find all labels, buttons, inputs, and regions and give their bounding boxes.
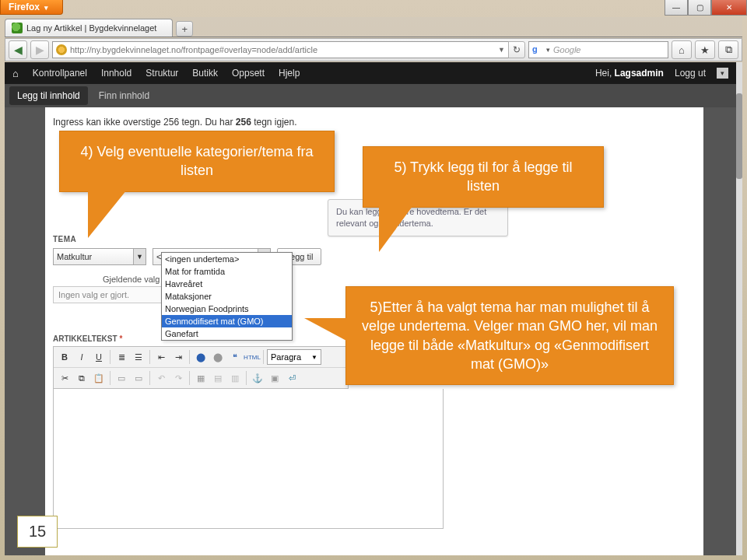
scrollbar[interactable] (736, 62, 742, 555)
embed-button[interactable]: ▣ (267, 370, 282, 386)
home-button[interactable]: ⌂ (672, 40, 692, 59)
annotation-step5a: 5) Trykk legg til for å legge til listen (363, 146, 604, 208)
dropdown-option[interactable]: <ingen undertema> (162, 253, 292, 265)
image-button[interactable]: ▭ (114, 370, 129, 386)
link-button[interactable]: ⬤ (193, 349, 209, 365)
bold-button[interactable]: B (57, 349, 72, 365)
dropdown-option[interactable]: Norwegian Foodprints (162, 303, 292, 315)
cut-button[interactable]: ✂ (57, 370, 72, 386)
source-button[interactable]: HTML (244, 349, 260, 365)
table-col-button[interactable]: ▥ (227, 370, 243, 386)
search-placeholder: Google (553, 45, 580, 54)
tema-label: TEMA (53, 235, 696, 243)
search-bar[interactable]: g ▾ Google (528, 41, 668, 58)
outdent-button[interactable]: ⇤ (153, 349, 169, 365)
new-tab-button[interactable]: + (176, 21, 193, 37)
redo-button[interactable]: ↷ (170, 370, 186, 386)
break-button[interactable]: ⏎ (284, 370, 300, 386)
annotation-step4: 4) Velg eventuelle kategorier/tema fra l… (59, 131, 335, 192)
admin-item[interactable]: Butikk (192, 68, 218, 79)
url-text: http://ny.bygdekvinnelaget.no/frontpage#… (70, 45, 317, 54)
forward-button[interactable]: ▶ (30, 40, 49, 59)
close-button[interactable]: ✕ (711, 0, 747, 16)
tema-sub-dropdown[interactable]: <ingen undertema> Mat for framtida Havre… (161, 252, 293, 341)
dropdown-option[interactable]: Havreåret (162, 278, 292, 290)
admin-menu: ⌂ Kontrollpanel Innhold Struktur Butikk … (5, 62, 736, 84)
indent-button[interactable]: ⇥ (170, 349, 186, 365)
maximize-button[interactable]: ▢ (688, 0, 711, 16)
table-button[interactable]: ▦ (193, 370, 209, 386)
subnav-find-content[interactable]: Finn innhold (93, 86, 156, 105)
subnav-add-content[interactable]: Legg til innhold (9, 86, 88, 105)
admin-item[interactable]: Oppsett (232, 68, 265, 79)
dropdown-option[interactable]: Mat for framtida (162, 265, 292, 278)
firefox-menu-button[interactable]: Firefox (0, 0, 63, 15)
back-button[interactable]: ◀ (9, 40, 27, 59)
tab-bar: Lag ny Artikkel | Bygdekvinnelaget + (5, 17, 742, 37)
favicon-icon (12, 23, 23, 33)
underline-button[interactable]: U (91, 349, 107, 365)
page-number: 15 (17, 516, 58, 548)
url-bar[interactable]: http://ny.bygdekvinnelaget.no/frontpage#… (52, 41, 509, 58)
unlink-button[interactable]: ⬤ (210, 349, 226, 365)
tema-main-select[interactable]: Matkultur ▼ (53, 248, 146, 265)
url-dropdown-icon[interactable]: ▼ (498, 46, 505, 54)
numbered-list-button[interactable]: ☰ (131, 349, 146, 365)
ingress-counter: Ingress kan ikke overstige 256 tegn. Du … (45, 107, 703, 132)
bookmarks-button[interactable]: ★ (695, 40, 715, 59)
reload-button[interactable]: ↻ (508, 41, 525, 58)
tema-main-value: Matkultur (57, 252, 92, 261)
tab-title: Lag ny Artikkel | Bygdekvinnelaget (26, 23, 156, 33)
admin-item[interactable]: Kontrollpanel (33, 68, 87, 79)
editor-textarea[interactable] (53, 389, 444, 529)
scrollbar-thumb[interactable] (736, 93, 742, 179)
bullet-list-button[interactable]: ≣ (114, 349, 129, 365)
browser-tab[interactable]: Lag ny Artikkel | Bygdekvinnelaget (5, 19, 173, 37)
admin-item[interactable]: Innhold (101, 68, 132, 79)
home-icon[interactable]: ⌂ (12, 68, 19, 79)
admin-submenu: Legg til innhold Finn innhold (5, 84, 736, 107)
logout-link[interactable]: Logg ut (675, 68, 706, 79)
annotation-step5b: 5)Etter å ha valgt tema har man mulighet… (345, 286, 674, 385)
table-row-button[interactable]: ▤ (210, 370, 226, 386)
site-identity-icon (56, 44, 67, 55)
addon-button[interactable]: ⧉ (718, 40, 738, 59)
admin-item[interactable]: Struktur (146, 68, 178, 79)
media-button[interactable]: ▭ (131, 370, 146, 386)
quote-button[interactable]: ❝ (227, 349, 243, 365)
dropdown-option[interactable]: Ganefart (162, 327, 292, 340)
minimize-button[interactable]: — (665, 0, 688, 16)
greeting: Hei, Lagsadmin (595, 68, 664, 79)
google-icon: g (532, 44, 543, 55)
admin-caret-icon[interactable]: ▾ (717, 68, 728, 79)
italic-button[interactable]: I (74, 349, 89, 365)
dropdown-option-highlighted[interactable]: Genmodifisert mat (GMO) (162, 315, 292, 327)
window-controls: — ▢ ✕ (665, 0, 747, 16)
undo-button[interactable]: ↶ (153, 370, 169, 386)
format-select[interactable]: Paragra▼ (267, 349, 321, 365)
paste-button[interactable]: 📋 (91, 370, 107, 386)
copy-button[interactable]: ⧉ (74, 370, 89, 386)
nav-toolbar: ◀ ▶ http://ny.bygdekvinnelaget.no/frontp… (5, 38, 742, 61)
admin-item[interactable]: Hjelp (279, 68, 300, 79)
dropdown-option[interactable]: Mataksjoner (162, 290, 292, 303)
anchor-button[interactable]: ⚓ (250, 370, 265, 386)
wysiwyg-toolbar: B I U ≣ ☰ ⇤ ⇥ ⬤ ⬤ ❝ HTML Paragra▼ (53, 346, 349, 389)
chevron-down-icon: ▼ (133, 249, 146, 264)
